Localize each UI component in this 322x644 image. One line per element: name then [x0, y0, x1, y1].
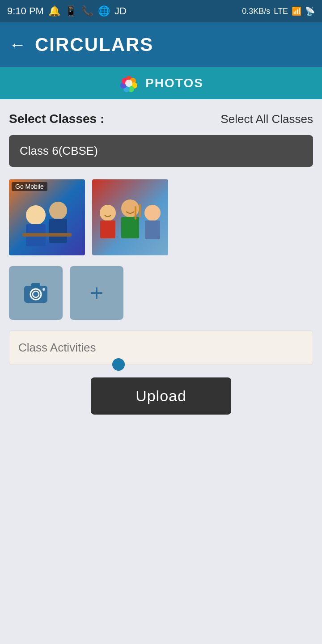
status-right: 0.3KB/s LTE 📶 📡: [242, 6, 315, 16]
camera-icon: [22, 280, 49, 306]
notification-icon: 🔔: [48, 5, 60, 17]
photos-bar[interactable]: PHOTOS: [0, 67, 322, 99]
caption-input[interactable]: [18, 341, 304, 355]
svg-point-19: [144, 205, 161, 221]
call-icon: 📞: [81, 5, 93, 17]
svg-rect-18: [121, 217, 139, 238]
photos-flower-icon: [119, 73, 139, 93]
svg-rect-21: [135, 206, 136, 220]
go-mobile-badge: Go Mobile: [12, 182, 47, 191]
jd-label: JD: [114, 5, 127, 17]
bottom-spacer: [0, 424, 322, 602]
network-type: LTE: [274, 7, 288, 16]
time: 9:10 PM: [7, 5, 44, 17]
network-speed: 0.3KB/s: [242, 7, 270, 16]
signal-icon: 📶: [292, 6, 301, 16]
header: ← CIRCULARS: [0, 22, 322, 67]
svg-point-9: [26, 205, 46, 225]
status-bar: 9:10 PM 🔔 📱 📞 🌐 JD 0.3KB/s LTE 📶 📡: [0, 0, 322, 22]
caption-input-wrapper[interactable]: [9, 330, 313, 365]
whatsapp-icon: 📱: [65, 5, 77, 17]
svg-point-11: [49, 202, 67, 220]
svg-rect-12: [49, 219, 67, 243]
text-cursor: [112, 358, 125, 371]
svg-rect-16: [100, 220, 115, 238]
photo-thumbnail-1[interactable]: Go Mobile: [9, 179, 85, 255]
svg-point-7: [125, 80, 132, 87]
class-dropdown[interactable]: Class 6(CBSE): [9, 135, 313, 167]
action-buttons: +: [9, 266, 313, 320]
plus-icon: +: [90, 281, 103, 305]
chrome-icon: 🌐: [98, 5, 110, 17]
photos-label: PHOTOS: [145, 76, 203, 90]
photo-thumbnail-2[interactable]: [92, 179, 168, 255]
main-content: Select Classes : Select All Classes Clas…: [0, 99, 322, 424]
select-classes-label: Select Classes :: [9, 112, 104, 126]
svg-rect-13: [22, 233, 72, 237]
svg-point-27: [42, 288, 45, 291]
page-title: CIRCULARS: [35, 34, 153, 55]
add-photo-button[interactable]: +: [70, 266, 123, 320]
svg-rect-20: [145, 220, 160, 239]
upload-button[interactable]: Upload: [91, 377, 231, 415]
photo-grid: Go Mobile: [9, 179, 313, 255]
camera-button[interactable]: [9, 266, 63, 320]
select-all-button[interactable]: Select All Classes: [220, 112, 313, 126]
back-button[interactable]: ←: [9, 36, 26, 53]
wifi-icon: 📡: [305, 6, 315, 16]
svg-point-15: [100, 205, 116, 221]
svg-rect-26: [31, 283, 40, 288]
select-classes-row: Select Classes : Select All Classes: [9, 112, 313, 126]
status-left: 9:10 PM 🔔 📱 📞 🌐 JD: [7, 5, 127, 17]
photo-thumb-2-image: [92, 179, 168, 255]
svg-rect-22: [139, 204, 141, 217]
